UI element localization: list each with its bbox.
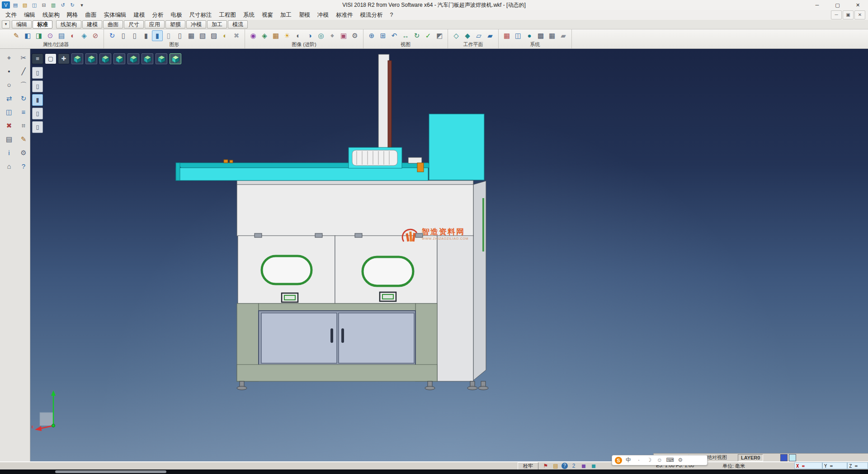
snap-grid-icon[interactable]: ▦ [547,30,557,41]
view-iso-current-button[interactable] [170,53,181,64]
bookmark-status-icon[interactable]: ⚑ [542,462,550,469]
measure-icon[interactable]: ⌗ [17,119,30,132]
menu-standard-parts[interactable]: 标准件 [332,10,357,20]
view-slot-5-button[interactable]: ▯ [32,121,43,133]
minimize-button[interactable]: ─ [807,0,827,10]
axes-toggle-button[interactable]: ✚ [58,54,69,64]
print-icon[interactable]: ⊟ [40,1,48,9]
tab-surface[interactable]: 曲面 [103,20,123,28]
environment-icon[interactable]: ◎ [316,30,326,41]
pan-icon[interactable]: ↔ [400,30,411,41]
menu-drafting[interactable]: 工程图 [216,10,240,20]
circle-icon[interactable]: ○ [3,79,15,91]
camera-icon[interactable]: ⌖ [327,30,338,41]
menu-mouldflow[interactable]: 模流分析 [357,10,387,20]
view-front-button[interactable] [113,53,125,64]
view-iso-sw-button[interactable] [71,53,83,64]
help-icon[interactable]: ? [17,160,30,173]
attributes-match-icon[interactable]: ◨ [33,30,44,41]
menu-stamping[interactable]: 冲模 [314,10,332,20]
paint-attributes-icon[interactable]: ✎ [17,133,30,146]
move-icon[interactable]: ⇄ [3,92,15,105]
ime-emoji-icon[interactable]: ☺ [656,456,664,464]
viewport-menu-button[interactable]: ≡ [32,54,43,64]
menu-system[interactable]: 系统 [240,10,258,20]
attributes-copy-icon[interactable]: ◧ [22,30,33,41]
taskbar-item[interactable] [55,470,166,473]
delete-icon[interactable]: ✖ [3,119,15,132]
windows-taskbar[interactable] [0,469,868,474]
filter-selection-icon[interactable]: ⊙ [45,30,56,41]
tab-mouldflow[interactable]: 模流 [228,20,248,28]
layer-color-swatch[interactable] [780,454,788,461]
hidden-line-display-icon[interactable]: ▯ [129,30,140,41]
grid-shade-icon[interactable]: ▨ [208,30,219,41]
menu-file[interactable]: 文件 [2,10,20,20]
blank-view-button[interactable]: ▢ [45,54,56,64]
zoom-fit-icon[interactable]: ⊕ [366,30,377,41]
display-off-icon[interactable]: ✖ [231,30,242,41]
quick-access-arrow[interactable]: ▾ [78,1,86,9]
reflections-icon[interactable]: ◑ [304,30,315,41]
menu-mesh[interactable]: 网格 [63,10,82,20]
dynamic-view-icon[interactable]: ✓ [423,30,434,41]
view-right-button[interactable] [127,53,139,64]
shaded-display-icon[interactable]: ▮ [141,30,151,41]
mdi-minimize-button[interactable]: ─ [831,10,842,19]
view-slot-1-button[interactable]: ▯ [32,67,43,79]
mdi-restore-button[interactable]: ▣ [843,10,854,19]
workplane-align-icon[interactable]: ◆ [462,30,473,41]
filter-type-icon[interactable]: ◈ [79,30,90,41]
tab-overflow-button[interactable]: ▾ [2,20,10,28]
filter-reset-icon[interactable]: ⊘ [90,30,101,41]
wireframe-display-icon[interactable]: ▯ [118,30,129,41]
menu-analysis[interactable]: 分析 [149,10,167,20]
attributes-paint-icon[interactable]: ✎ [11,30,22,41]
sogou-logo[interactable]: S [615,457,622,464]
offset-icon[interactable]: ≡ [17,106,30,118]
menu-wireframe[interactable]: 线架构 [39,10,63,20]
menu-mould[interactable]: 塑模 [295,10,314,20]
view-settings-icon[interactable]: ◩ [434,30,445,41]
line-icon[interactable]: ╱ [17,65,30,78]
info-icon[interactable]: i [3,147,15,159]
tab-application[interactable]: 应用 [145,20,165,28]
tab-stamping[interactable]: 冲模 [186,20,206,28]
redo-icon[interactable]: ↻ [68,1,76,9]
mdi-close-button[interactable]: ✕ [854,10,865,19]
view-left-button[interactable] [142,53,153,64]
menu-surface[interactable]: 曲面 [82,10,100,20]
layers-icon[interactable]: ▤ [3,133,15,146]
section-display-icon[interactable]: ▧ [197,30,208,41]
workplane-create-icon[interactable]: ◇ [451,30,462,41]
rotate-view-icon[interactable]: ↻ [411,30,422,41]
view-iso-se-button[interactable] [85,53,97,64]
render-settings-icon[interactable]: ⚙ [349,30,360,41]
tab-modeling[interactable]: 建模 [82,20,102,28]
mirror-icon[interactable]: ◫ [3,106,15,118]
workplane-from-view-icon[interactable]: ▱ [473,30,484,41]
new-file-icon[interactable]: ▤ [11,1,19,9]
view-slot-4-button[interactable]: ▯ [32,108,43,119]
lights-icon[interactable]: ☀ [282,30,292,41]
snap-toggle-button[interactable]: 栓牢 [518,462,538,470]
grid-icon[interactable]: ▩ [535,30,546,41]
zoom-previous-icon[interactable]: ↶ [389,30,400,41]
menu-window[interactable]: 视窗 [258,10,277,20]
menu-electrode[interactable]: 电极 [167,10,186,20]
shadows-icon[interactable]: ◐ [293,30,304,41]
shear-plane-icon[interactable]: ▰ [558,30,569,41]
notes-status-icon[interactable]: ▤ [552,462,560,469]
menu-machining[interactable]: 加工 [277,10,295,20]
package-status-icon[interactable]: ◼ [580,462,588,469]
ime-punctuation-icon[interactable]: · [635,456,643,464]
menu-dimension[interactable]: 尺寸标注 [186,10,216,20]
home-view-icon[interactable]: ⌂ [3,160,15,173]
snap-settings-icon[interactable]: ⌖ [3,52,15,64]
plot-icon[interactable]: ▥ [49,1,57,9]
view-slot-3-button[interactable]: ▮ [32,94,43,106]
arc-icon[interactable]: ⌒ [17,79,30,91]
shaded-edges-display-icon[interactable]: ▮ [152,30,163,41]
background-color-swatch[interactable] [789,454,796,461]
maximize-button[interactable]: ▢ [827,0,848,10]
